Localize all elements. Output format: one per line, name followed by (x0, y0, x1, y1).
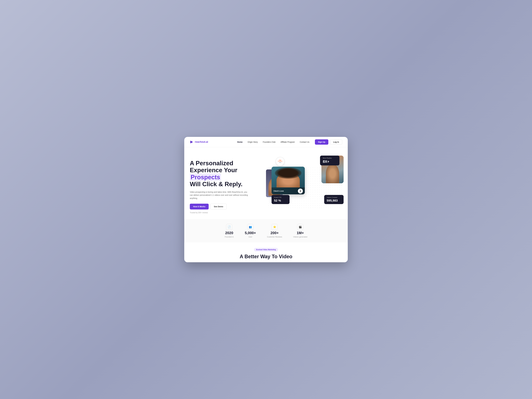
email-ctr-value: 52 % (274, 199, 287, 203)
stats-bar: 📄 2020 Founded in 👥 5,000+ User ⭐ 200+ C… (184, 219, 348, 242)
nav-actions: Sign Up Log In (315, 139, 342, 145)
hero-right: High Performer 2023 More Replies 8X+ (267, 156, 342, 208)
clients-love-text: Client's Love (273, 190, 284, 192)
logo-icon (190, 140, 194, 144)
video-card[interactable]: Client's Love (272, 167, 305, 194)
trusted-text: Trusted by 200+ reviews (190, 212, 262, 214)
login-button[interactable]: Log In (330, 139, 342, 145)
nav-contact[interactable]: Contact Us (300, 141, 309, 143)
nav-home[interactable]: Home (237, 141, 243, 143)
hero-section: A Personalized Experience Your Prospects… (184, 147, 348, 219)
browser-window: reachout.ai Home Origin Story Founders C… (184, 137, 348, 262)
videos-number: 1M+ (297, 231, 304, 235)
how-it-works-button[interactable]: How It Works (190, 204, 209, 209)
nav-affiliate[interactable]: Affiliate Program (280, 141, 295, 143)
stat-users: 👥 5,000+ User (245, 224, 256, 238)
stat-reviews: ⭐ 200+ Customer Reviews (267, 224, 282, 238)
stat-founded: 📄 2020 Founded in (225, 224, 234, 238)
hero-description: Video prospecting is boring and takes ti… (190, 190, 249, 200)
email-ctr-card: Email CTR 52 % (272, 195, 290, 204)
evolved-badge: Evolved Video Marketing (254, 248, 278, 252)
users-label: User (248, 236, 252, 238)
logo-text: reachout.ai (195, 140, 208, 143)
navbar: reachout.ai Home Origin Story Founders C… (184, 137, 348, 147)
stat-videos: 🎬 1M+ Videos generated (293, 224, 307, 238)
g2-badge: High Performer 2023 (276, 157, 285, 166)
play-button[interactable] (298, 189, 303, 194)
videos-label: Videos generated (293, 236, 307, 238)
hero-title: A Personalized Experience Your Prospects… (190, 160, 262, 188)
videos-created-value: 595,983 (327, 199, 341, 203)
reviews-number: 200+ (271, 231, 279, 235)
more-replies-value: 8X+ (323, 159, 337, 164)
nav-origin-story[interactable]: Origin Story (247, 141, 258, 143)
founded-label: Founded in (225, 236, 234, 238)
hero-left: A Personalized Experience Your Prospects… (190, 156, 262, 214)
nav-founders-club[interactable]: Founders Club (263, 141, 276, 143)
logo[interactable]: reachout.ai (190, 140, 208, 144)
hero-buttons: How It Works See Demo (190, 204, 262, 209)
founded-number: 2020 (225, 231, 233, 235)
users-icon: 👥 (247, 224, 253, 230)
nav-links: Home Origin Story Founders Club Affiliat… (237, 141, 309, 143)
clients-love-bar: Client's Love (272, 187, 305, 194)
bottom-title: A Better Way To Video (190, 254, 342, 260)
bottom-section: Evolved Video Marketing A Better Way To … (184, 242, 348, 262)
reviews-icon: ⭐ (272, 224, 278, 230)
videos-icon: 🎬 (297, 224, 303, 230)
person-2-photo (272, 167, 305, 187)
videos-created-label: Videos Created (327, 196, 341, 198)
more-replies-label: More Replies (323, 157, 337, 159)
founded-icon: 📄 (226, 224, 232, 230)
reviews-label: Customer Reviews (267, 236, 282, 238)
see-demo-button[interactable]: See Demo (210, 204, 227, 209)
email-ctr-label: Email CTR (274, 196, 287, 198)
more-replies-card: More Replies 8X+ (320, 156, 339, 165)
signup-button[interactable]: Sign Up (315, 139, 328, 145)
users-number: 5,000+ (245, 231, 256, 235)
videos-created-card: Videos Created 595,983 (324, 195, 344, 204)
